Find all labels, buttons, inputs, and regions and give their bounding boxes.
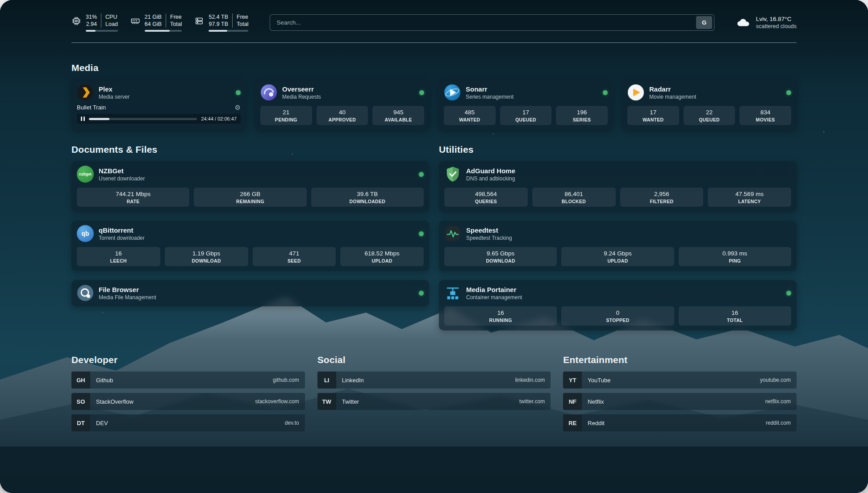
portainer-stats: 16 RUNNING 0 STOPPED 16 TOTAL xyxy=(444,306,791,326)
media-section: Media Plex Media server xyxy=(71,63,797,130)
qbittorrent-card-header: qb qBittorrent Torrent downloader xyxy=(77,225,424,242)
stat-queries: 498,564 QUERIES xyxy=(444,188,528,207)
plex-card[interactable]: Plex Media server Bullet Train ⚙ xyxy=(71,79,246,130)
reddit-icon: RE xyxy=(563,414,582,431)
cpu-usage-bar-fill xyxy=(86,30,96,32)
cpu-metric: 31% 2.94 CPU Load xyxy=(71,13,118,32)
overseerr-card-header: Overseerr Media Requests xyxy=(260,84,424,101)
nzbget-card[interactable]: nzbget NZBGet Usenet downloader 744.21 M… xyxy=(71,161,429,212)
github-icon: GH xyxy=(71,372,90,389)
adguard-card[interactable]: AdGuard Home DNS and adblocking 498,564 … xyxy=(439,161,797,212)
stat-seed: 471 SEED xyxy=(253,247,336,266)
status-dot xyxy=(419,231,424,236)
disk-icon xyxy=(194,16,204,26)
ram-usage-bar-fill xyxy=(145,30,170,32)
overseerr-card[interactable]: Overseerr Media Requests 21 PENDING 40 A… xyxy=(255,79,430,130)
search-engine-button[interactable]: G xyxy=(696,16,712,29)
developer-section-title: Developer xyxy=(71,355,305,365)
status-dot xyxy=(419,291,424,296)
speedtest-card-header: Speedtest Speedtest Tracking xyxy=(444,225,791,242)
status-dot xyxy=(419,172,424,177)
app-subtitle: Series management xyxy=(466,94,598,100)
ram-total-label: Total xyxy=(170,21,182,28)
stat-filtered: 2,956 FILTERED xyxy=(620,188,704,207)
cpu-load-value: 2.94 xyxy=(86,21,97,28)
disk-usage-bar xyxy=(209,30,248,32)
stat-series: 196 SERIES xyxy=(556,106,608,125)
dashboard-content: 31% 2.94 CPU Load xyxy=(0,0,868,493)
bookmark-dev[interactable]: DT DEV dev.to xyxy=(71,414,305,431)
app-subtitle: Media server xyxy=(99,94,231,100)
cpu-load-label: Load xyxy=(105,21,118,28)
plex-now-playing-title: Bullet Train xyxy=(77,104,106,111)
app-name: Plex xyxy=(99,85,231,93)
portainer-card-header: Media Portainer Container management xyxy=(444,284,791,301)
app-name: File Browser xyxy=(99,286,414,293)
bookmark-twitter[interactable]: TW Twitter twitter.com xyxy=(317,393,551,410)
stat-available: 945 AVAILABLE xyxy=(372,106,424,125)
bookmark-stackoverflow[interactable]: SO StackOverflow stackoverflow.com xyxy=(71,393,305,410)
bookmark-reddit[interactable]: RE Reddit reddit.com xyxy=(563,414,797,431)
app-name: AdGuard Home xyxy=(466,167,791,175)
bookmark-youtube[interactable]: YT YouTube youtube.com xyxy=(563,372,797,389)
bookmark-linkedin[interactable]: LI LinkedIn linkedin.com xyxy=(317,372,551,389)
qbittorrent-card[interactable]: qb qBittorrent Torrent downloader 16 xyxy=(71,221,429,271)
utilities-section: Utilities xyxy=(439,144,797,330)
stat-queued: 17 QUEUED xyxy=(500,106,552,125)
filebrowser-icon xyxy=(77,284,94,301)
cpu-icon xyxy=(71,16,81,26)
stat-blocked: 86,401 BLOCKED xyxy=(532,188,616,207)
settings-gear-icon[interactable]: ⚙ xyxy=(235,104,241,111)
top-bar: 31% 2.94 CPU Load xyxy=(71,13,797,32)
app-subtitle: Usenet downloader xyxy=(99,175,414,182)
disk-usage-bar-fill xyxy=(209,30,227,32)
adguard-stats: 498,564 QUERIES 86,401 BLOCKED 2,956 FIL… xyxy=(444,188,791,207)
pause-icon[interactable] xyxy=(81,117,85,121)
ram-metric: 21 GiB 64 GiB Free Total xyxy=(130,13,182,32)
radarr-card-header: Radarr Movie management xyxy=(627,84,791,101)
sonarr-card[interactable]: Sonarr Series management 485 WANTED 17 Q… xyxy=(438,79,613,130)
bookmark-netflix[interactable]: NF Netflix netflix.com xyxy=(563,393,797,410)
radarr-card[interactable]: Radarr Movie management 17 WANTED 22 QUE… xyxy=(622,79,797,130)
status-dot xyxy=(419,90,424,95)
stat-upload: 9.24 Gbps UPLOAD xyxy=(561,247,674,266)
adguard-card-header: AdGuard Home DNS and adblocking xyxy=(444,166,791,183)
youtube-icon: YT xyxy=(563,372,582,389)
bookmark-github[interactable]: GH Github github.com xyxy=(71,372,305,389)
twitter-icon: TW xyxy=(317,393,336,410)
status-dot xyxy=(603,90,608,95)
dashboard-window: 31% 2.94 CPU Load xyxy=(0,0,868,493)
media-section-title: Media xyxy=(71,63,797,73)
ram-icon xyxy=(130,16,140,26)
ram-free-value: 21 GiB xyxy=(145,13,162,21)
nzbget-stats: 744.21 Mbps RATE 266 GB REMAINING 39.6 T… xyxy=(77,188,424,207)
app-subtitle: DNS and adblocking xyxy=(466,175,791,182)
qbittorrent-icon: qb xyxy=(77,225,94,242)
adguard-shield-icon xyxy=(444,166,461,183)
stat-download: 9.65 Gbps DOWNLOAD xyxy=(444,247,557,266)
search-bar: G xyxy=(270,14,714,31)
filebrowser-card[interactable]: File Browser Media File Management xyxy=(71,280,429,306)
weather-widget: Lviv, 16.87°C scattered clouds xyxy=(735,16,797,29)
stat-remaining: 266 GB REMAINING xyxy=(194,188,306,207)
stat-downloaded: 39.6 TB DOWNLOADED xyxy=(311,188,424,207)
app-subtitle: Movie management xyxy=(649,94,781,100)
search-input[interactable] xyxy=(270,19,696,26)
social-section-title: Social xyxy=(317,355,551,365)
plex-progress-track[interactable] xyxy=(89,118,197,120)
stat-wanted: 485 WANTED xyxy=(444,106,496,125)
app-subtitle: Media Requests xyxy=(282,94,414,100)
ram-usage-bar xyxy=(145,30,182,32)
weather-condition: scattered clouds xyxy=(756,23,797,29)
speedtest-card[interactable]: Speedtest Speedtest Tracking 9.65 Gbps D… xyxy=(439,221,797,271)
plex-player-bar: 24:44 / 02:06:47 xyxy=(77,114,241,124)
portainer-card[interactable]: Media Portainer Container management 16 … xyxy=(439,280,797,330)
speedtest-icon xyxy=(444,225,461,242)
header-divider xyxy=(71,42,797,43)
ram-total-value: 64 GiB xyxy=(145,21,162,28)
nzbget-icon: nzbget xyxy=(77,166,94,183)
app-subtitle: Media File Management xyxy=(99,294,414,301)
disk-total-value: 97.9 TB xyxy=(209,21,228,28)
cpu-usage-bar xyxy=(86,30,118,32)
entertainment-section-title: Entertainment xyxy=(563,355,797,365)
